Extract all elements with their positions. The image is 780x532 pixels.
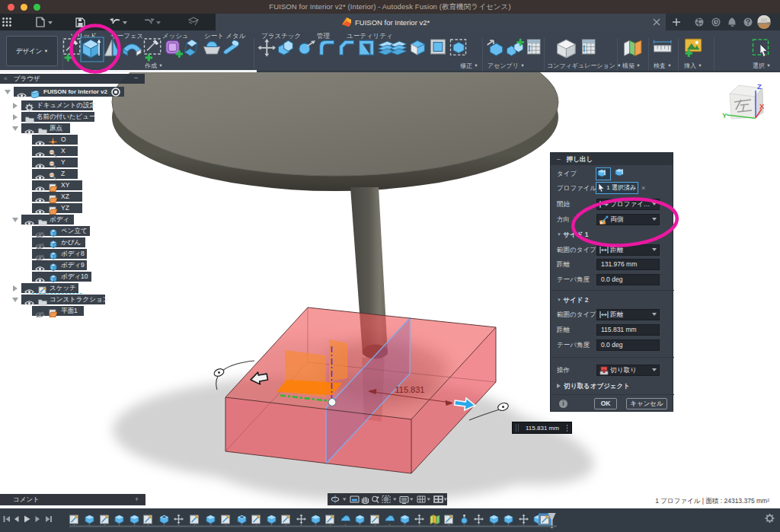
svg-text:115.831: 115.831 bbox=[395, 385, 425, 394]
svg-text:Z: Z bbox=[757, 82, 762, 91]
svg-text:X: X bbox=[759, 102, 765, 110]
svg-text:Y: Y bbox=[722, 111, 727, 119]
svg-text:FUISON for Interior v2*: FUISON for Interior v2* bbox=[355, 18, 430, 27]
